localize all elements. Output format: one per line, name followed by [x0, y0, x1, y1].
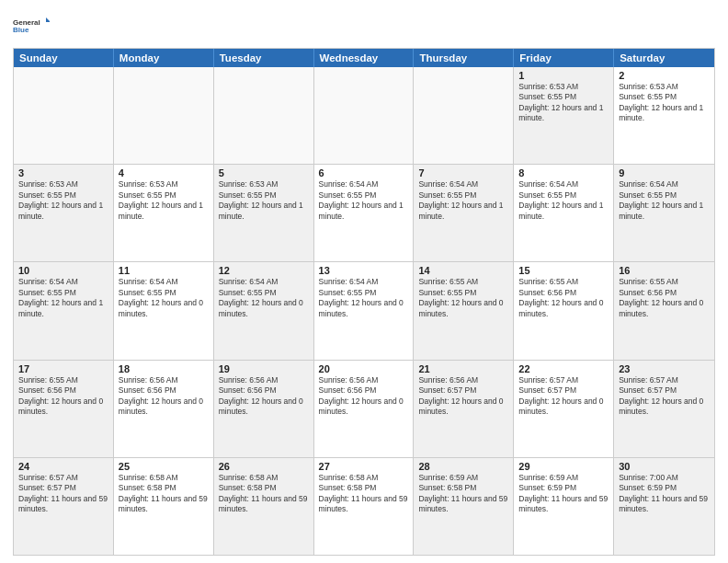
- day-number: 7: [418, 167, 508, 178]
- day-cell-24: 24Sunrise: 6:57 AM Sunset: 6:57 PM Dayli…: [14, 458, 114, 555]
- day-cell-13: 13Sunrise: 6:54 AM Sunset: 6:55 PM Dayli…: [314, 262, 415, 359]
- day-info: Sunrise: 6:54 AM Sunset: 6:55 PM Dayligh…: [219, 277, 309, 319]
- day-info: Sunrise: 6:56 AM Sunset: 6:57 PM Dayligh…: [418, 375, 508, 418]
- calendar-row-4: 17Sunrise: 6:55 AM Sunset: 6:56 PM Dayli…: [14, 361, 714, 458]
- day-info: Sunrise: 6:58 AM Sunset: 6:58 PM Dayligh…: [219, 473, 309, 515]
- day-number: 11: [119, 265, 209, 276]
- day-info: Sunrise: 6:55 AM Sunset: 6:55 PM Dayligh…: [418, 277, 508, 319]
- day-cell-3: 3Sunrise: 6:53 AM Sunset: 6:55 PM Daylig…: [14, 165, 114, 261]
- day-cell-empty: [114, 67, 214, 164]
- day-cell-26: 26Sunrise: 6:58 AM Sunset: 6:58 PM Dayli…: [214, 458, 314, 555]
- day-cell-30: 30Sunrise: 7:00 AM Sunset: 6:59 PM Dayli…: [614, 458, 714, 555]
- calendar: SundayMondayTuesdayWednesdayThursdayFrid…: [13, 48, 715, 556]
- day-info: Sunrise: 6:54 AM Sunset: 6:55 PM Dayligh…: [619, 179, 710, 222]
- day-cell-4: 4Sunrise: 6:53 AM Sunset: 6:55 PM Daylig…: [114, 165, 214, 261]
- day-cell-empty: [214, 67, 314, 164]
- logo: General Blue: [13, 9, 50, 42]
- day-number: 6: [319, 167, 409, 178]
- calendar-row-3: 10Sunrise: 6:54 AM Sunset: 6:55 PM Dayli…: [14, 262, 714, 360]
- day-cell-empty: [414, 67, 514, 164]
- day-cell-25: 25Sunrise: 6:58 AM Sunset: 6:58 PM Dayli…: [114, 458, 214, 555]
- day-info: Sunrise: 6:53 AM Sunset: 6:55 PM Dayligh…: [119, 179, 209, 222]
- day-number: 27: [319, 461, 409, 472]
- day-number: 17: [18, 363, 108, 374]
- day-cell-16: 16Sunrise: 6:55 AM Sunset: 6:56 PM Dayli…: [614, 262, 714, 359]
- day-number: 26: [219, 461, 309, 472]
- day-number: 10: [18, 265, 108, 276]
- day-number: 16: [619, 265, 710, 276]
- day-info: Sunrise: 6:59 AM Sunset: 6:58 PM Dayligh…: [418, 473, 508, 515]
- day-number: 1: [518, 70, 609, 81]
- day-info: Sunrise: 6:54 AM Sunset: 6:55 PM Dayligh…: [119, 277, 209, 319]
- day-number: 9: [619, 167, 710, 178]
- day-number: 25: [119, 461, 209, 472]
- header-day-tuesday: Tuesday: [214, 49, 314, 67]
- day-cell-8: 8Sunrise: 6:54 AM Sunset: 6:55 PM Daylig…: [514, 165, 614, 261]
- day-number: 23: [619, 363, 710, 374]
- day-cell-20: 20Sunrise: 6:56 AM Sunset: 6:56 PM Dayli…: [314, 361, 415, 457]
- day-info: Sunrise: 6:56 AM Sunset: 6:56 PM Dayligh…: [319, 375, 409, 418]
- day-cell-15: 15Sunrise: 6:55 AM Sunset: 6:56 PM Dayli…: [514, 262, 614, 359]
- day-cell-28: 28Sunrise: 6:59 AM Sunset: 6:58 PM Dayli…: [414, 458, 514, 555]
- day-cell-1: 1Sunrise: 6:53 AM Sunset: 6:55 PM Daylig…: [514, 67, 614, 164]
- calendar-row-1: 1Sunrise: 6:53 AM Sunset: 6:55 PM Daylig…: [14, 67, 714, 165]
- header-day-saturday: Saturday: [614, 49, 714, 67]
- day-info: Sunrise: 6:55 AM Sunset: 6:56 PM Dayligh…: [18, 375, 108, 418]
- day-info: Sunrise: 6:54 AM Sunset: 6:55 PM Dayligh…: [18, 277, 108, 319]
- day-number: 2: [619, 70, 710, 81]
- day-info: Sunrise: 6:56 AM Sunset: 6:56 PM Dayligh…: [219, 375, 309, 418]
- day-info: Sunrise: 6:54 AM Sunset: 6:55 PM Dayligh…: [518, 179, 609, 222]
- day-number: 4: [119, 167, 209, 178]
- header-day-sunday: Sunday: [14, 49, 114, 67]
- calendar-row-5: 24Sunrise: 6:57 AM Sunset: 6:57 PM Dayli…: [14, 458, 714, 555]
- day-info: Sunrise: 6:54 AM Sunset: 6:55 PM Dayligh…: [319, 277, 409, 319]
- day-cell-10: 10Sunrise: 6:54 AM Sunset: 6:55 PM Dayli…: [14, 262, 114, 359]
- header-day-thursday: Thursday: [414, 49, 514, 67]
- day-info: Sunrise: 6:53 AM Sunset: 6:55 PM Dayligh…: [518, 82, 609, 124]
- day-info: Sunrise: 6:59 AM Sunset: 6:59 PM Dayligh…: [518, 473, 609, 515]
- day-cell-18: 18Sunrise: 6:56 AM Sunset: 6:56 PM Dayli…: [114, 361, 214, 457]
- day-info: Sunrise: 6:55 AM Sunset: 6:56 PM Dayligh…: [619, 277, 710, 319]
- day-info: Sunrise: 6:56 AM Sunset: 6:56 PM Dayligh…: [119, 375, 209, 418]
- header-day-friday: Friday: [514, 49, 614, 67]
- day-info: Sunrise: 6:57 AM Sunset: 6:57 PM Dayligh…: [518, 375, 609, 418]
- day-number: 29: [518, 461, 609, 472]
- day-number: 5: [219, 167, 309, 178]
- day-number: 28: [418, 461, 508, 472]
- day-cell-11: 11Sunrise: 6:54 AM Sunset: 6:55 PM Dayli…: [114, 262, 214, 359]
- day-cell-6: 6Sunrise: 6:54 AM Sunset: 6:55 PM Daylig…: [314, 165, 415, 261]
- day-info: Sunrise: 6:54 AM Sunset: 6:55 PM Dayligh…: [319, 179, 409, 222]
- day-cell-23: 23Sunrise: 6:57 AM Sunset: 6:57 PM Dayli…: [614, 361, 714, 457]
- day-number: 18: [119, 363, 209, 374]
- day-number: 13: [319, 265, 409, 276]
- day-number: 24: [18, 461, 108, 472]
- day-cell-2: 2Sunrise: 6:53 AM Sunset: 6:55 PM Daylig…: [614, 67, 714, 164]
- day-cell-22: 22Sunrise: 6:57 AM Sunset: 6:57 PM Dayli…: [514, 361, 614, 457]
- calendar-body: 1Sunrise: 6:53 AM Sunset: 6:55 PM Daylig…: [14, 67, 714, 555]
- day-cell-5: 5Sunrise: 6:53 AM Sunset: 6:55 PM Daylig…: [214, 165, 314, 261]
- day-info: Sunrise: 6:53 AM Sunset: 6:55 PM Dayligh…: [219, 179, 309, 222]
- day-cell-17: 17Sunrise: 6:55 AM Sunset: 6:56 PM Dayli…: [14, 361, 114, 457]
- day-number: 20: [319, 363, 409, 374]
- day-cell-27: 27Sunrise: 6:58 AM Sunset: 6:58 PM Dayli…: [314, 458, 415, 555]
- day-info: Sunrise: 6:57 AM Sunset: 6:57 PM Dayligh…: [619, 375, 710, 418]
- day-cell-21: 21Sunrise: 6:56 AM Sunset: 6:57 PM Dayli…: [414, 361, 514, 457]
- header: General Blue: [13, 9, 715, 42]
- day-info: Sunrise: 6:54 AM Sunset: 6:55 PM Dayligh…: [418, 179, 508, 222]
- day-number: 3: [18, 167, 108, 178]
- calendar-row-2: 3Sunrise: 6:53 AM Sunset: 6:55 PM Daylig…: [14, 165, 714, 262]
- day-number: 21: [418, 363, 508, 374]
- day-info: Sunrise: 6:53 AM Sunset: 6:55 PM Dayligh…: [18, 179, 108, 222]
- day-number: 14: [418, 265, 508, 276]
- day-cell-12: 12Sunrise: 6:54 AM Sunset: 6:55 PM Dayli…: [214, 262, 314, 359]
- day-cell-29: 29Sunrise: 6:59 AM Sunset: 6:59 PM Dayli…: [514, 458, 614, 555]
- day-info: Sunrise: 6:58 AM Sunset: 6:58 PM Dayligh…: [119, 473, 209, 515]
- day-cell-19: 19Sunrise: 6:56 AM Sunset: 6:56 PM Dayli…: [214, 361, 314, 457]
- day-cell-empty: [14, 67, 114, 164]
- logo-svg: General Blue: [13, 9, 50, 42]
- day-cell-7: 7Sunrise: 6:54 AM Sunset: 6:55 PM Daylig…: [414, 165, 514, 261]
- day-cell-14: 14Sunrise: 6:55 AM Sunset: 6:55 PM Dayli…: [414, 262, 514, 359]
- day-number: 12: [219, 265, 309, 276]
- calendar-header: SundayMondayTuesdayWednesdayThursdayFrid…: [14, 49, 714, 67]
- day-info: Sunrise: 6:58 AM Sunset: 6:58 PM Dayligh…: [319, 473, 409, 515]
